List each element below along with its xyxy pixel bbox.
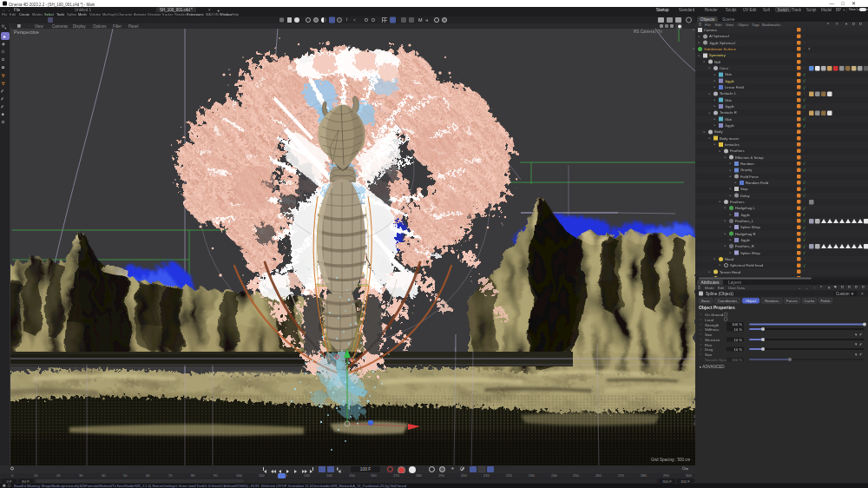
svg-text:Grid Spacing : 500 cm: Grid Spacing : 500 cm xyxy=(651,458,691,462)
svg-text:RS Camera | Tx: RS Camera | Tx xyxy=(634,30,662,34)
svg-text:Perspective: Perspective xyxy=(14,30,39,35)
